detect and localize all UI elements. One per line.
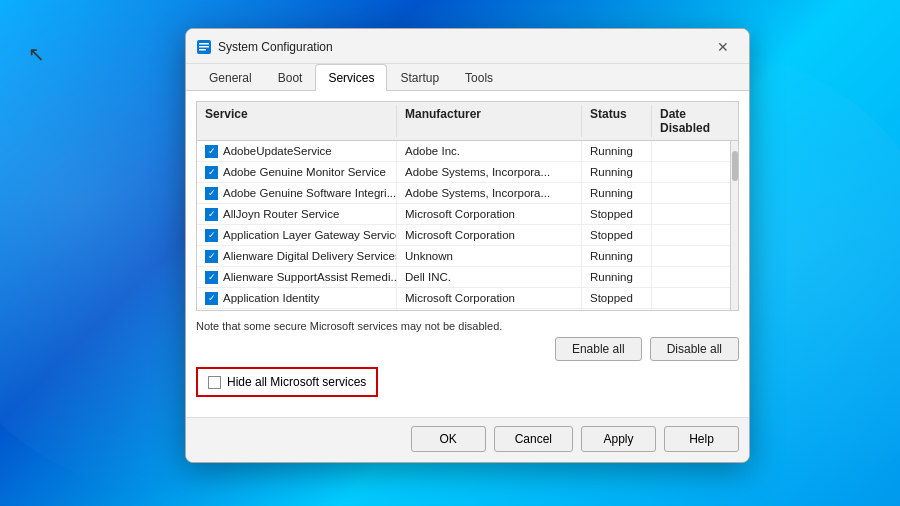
svg-rect-3 [199,49,206,51]
service-checkbox[interactable] [205,208,218,221]
service-cell: Alienware Digital Delivery Services [197,246,397,266]
hide-microsoft-label: Hide all Microsoft services [227,375,366,389]
service-checkbox[interactable] [205,187,218,200]
table-row[interactable]: AllJoyn Router Service Microsoft Corpora… [197,204,730,225]
table-body[interactable]: AdobeUpdateService Adobe Inc. Running Ad… [197,141,730,311]
status-cell: Running [582,267,652,287]
service-checkbox[interactable] [205,271,218,284]
manufacturer-cell: Unknown [397,246,582,266]
system-configuration-dialog: System Configuration ✕ General Boot Serv… [185,28,750,463]
bottom-buttons: OK Cancel Apply Help [186,417,749,462]
date-disabled-cell [652,309,730,311]
manufacturer-cell: Microsoft Corporation [397,225,582,245]
enable-all-button[interactable]: Enable all [555,337,642,361]
status-cell: Running [582,246,652,266]
ok-button[interactable]: OK [411,426,486,452]
manufacturer-cell: Dell INC. [397,267,582,287]
manufacturer-cell: Microsoft Corporation [397,288,582,308]
apply-button[interactable]: Apply [581,426,656,452]
scrollbar-thumb[interactable] [732,151,738,181]
content-area: Service Manufacturer Status Date Disable… [186,91,749,417]
service-cell: Adobe Genuine Software Integri... [197,183,397,203]
services-table: Service Manufacturer Status Date Disable… [196,101,739,311]
manufacturer-cell: Adobe Systems, Incorpora... [397,162,582,182]
service-cell: Application Identity [197,288,397,308]
date-disabled-cell [652,267,730,287]
dialog-icon [196,39,212,55]
service-name: AllJoyn Router Service [223,208,339,220]
table-row[interactable]: AdobeUpdateService Adobe Inc. Running [197,141,730,162]
table-row[interactable]: Alienware Digital Delivery Services Unkn… [197,246,730,267]
note-text: Note that some secure Microsoft services… [196,317,739,337]
table-main: AdobeUpdateService Adobe Inc. Running Ad… [197,141,730,311]
scrollbar[interactable] [730,141,738,311]
help-button[interactable]: Help [664,426,739,452]
hide-microsoft-services-row: Hide all Microsoft services [196,367,378,397]
hide-microsoft-checkbox[interactable] [208,376,221,389]
table-row[interactable]: Adobe Genuine Software Integri... Adobe … [197,183,730,204]
tab-boot[interactable]: Boot [265,64,316,91]
cancel-button[interactable]: Cancel [494,426,573,452]
service-name: Application Layer Gateway Service [223,229,397,241]
date-disabled-cell [652,204,730,224]
manufacturer-cell: Adobe Inc. [397,141,582,161]
status-cell: Stopped [582,309,652,311]
table-header: Service Manufacturer Status Date Disable… [197,102,738,141]
service-name: Adobe Genuine Monitor Service [223,166,386,178]
col-status: Status [582,105,652,137]
service-checkbox[interactable] [205,145,218,158]
col-service: Service [197,105,397,137]
service-cell: Application Layer Gateway Service [197,225,397,245]
service-checkbox[interactable] [205,250,218,263]
service-cell: Adobe Genuine Monitor Service [197,162,397,182]
status-cell: Stopped [582,288,652,308]
date-disabled-cell [652,162,730,182]
col-date-disabled: Date Disabled [652,105,738,137]
manufacturer-cell: Microsoft Corporation [397,309,582,311]
tab-tools[interactable]: Tools [452,64,506,91]
manufacturer-cell: Adobe Systems, Incorpora... [397,183,582,203]
status-cell: Running [582,141,652,161]
tab-startup[interactable]: Startup [387,64,452,91]
close-button[interactable]: ✕ [709,37,737,57]
service-checkbox[interactable] [205,292,218,305]
status-cell: Running [582,162,652,182]
table-row[interactable]: Adobe Genuine Monitor Service Adobe Syst… [197,162,730,183]
service-checkbox[interactable] [205,166,218,179]
service-name: Adobe Genuine Software Integri... [223,187,396,199]
date-disabled-cell [652,225,730,245]
table-row[interactable]: Application Layer Gateway Service Micros… [197,225,730,246]
table-row[interactable]: App Readiness Microsoft Corporation Stop… [197,309,730,311]
tab-general[interactable]: General [196,64,265,91]
title-bar: System Configuration ✕ [186,29,749,64]
title-bar-left: System Configuration [196,39,333,55]
service-cell: AllJoyn Router Service [197,204,397,224]
service-cell: AdobeUpdateService [197,141,397,161]
tab-bar: General Boot Services Startup Tools [186,64,749,91]
table-row[interactable]: Alienware SupportAssist Remedi... Dell I… [197,267,730,288]
service-cell: Alienware SupportAssist Remedi... [197,267,397,287]
table-container: AdobeUpdateService Adobe Inc. Running Ad… [197,141,738,311]
date-disabled-cell [652,183,730,203]
status-cell: Running [582,183,652,203]
table-row[interactable]: Application Identity Microsoft Corporati… [197,288,730,309]
service-name: Application Identity [223,292,320,304]
status-cell: Stopped [582,225,652,245]
col-manufacturer: Manufacturer [397,105,582,137]
svg-rect-2 [199,46,209,48]
date-disabled-cell [652,246,730,266]
enable-disable-row: Enable all Disable all [196,337,739,361]
status-cell: Stopped [582,204,652,224]
disable-all-button[interactable]: Disable all [650,337,739,361]
dialog-title: System Configuration [218,40,333,54]
manufacturer-cell: Microsoft Corporation [397,204,582,224]
service-checkbox[interactable] [205,229,218,242]
tab-services[interactable]: Services [315,64,387,91]
svg-rect-1 [199,43,209,45]
service-name: Alienware Digital Delivery Services [223,250,397,262]
service-name: AdobeUpdateService [223,145,332,157]
service-name: Alienware SupportAssist Remedi... [223,271,397,283]
date-disabled-cell [652,141,730,161]
date-disabled-cell [652,288,730,308]
service-cell: App Readiness [197,309,397,311]
